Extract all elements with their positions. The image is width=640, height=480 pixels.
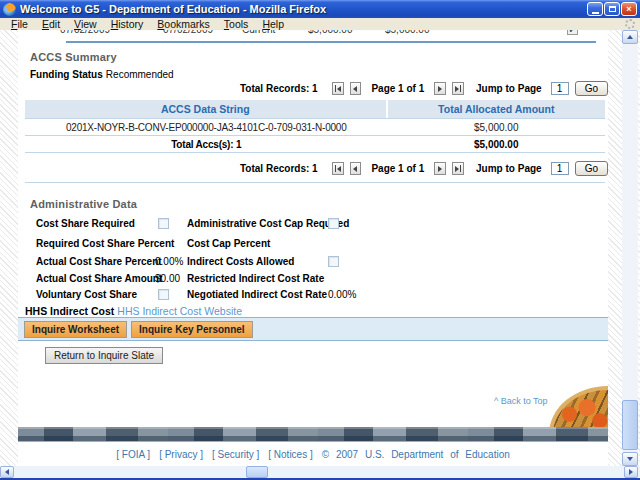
hhs-indirect-cost-label: HHS Indirect Cost [25,305,114,317]
scroll-left-button[interactable] [0,466,14,478]
table-total-row: Total Accs(s): 1 $5,000.00 [25,135,605,152]
restore-button[interactable] [604,2,620,16]
hhs-indirect-cost-row: HHS Indirect Cost HHS Indirect Cost Webs… [25,305,242,317]
prev-page-button[interactable] [350,162,362,175]
jump-to-page-label: Jump to Page [476,163,542,174]
horizontal-scroll-thumb[interactable] [246,466,268,478]
scroll-right-button[interactable] [624,466,638,478]
prev-page-icon [353,166,357,172]
total-accs-label: Total Accs(s): 1 [25,136,388,152]
throbber-icon [625,19,635,29]
prev-page-button[interactable] [350,82,362,95]
scroll-up-button[interactable] [622,30,638,44]
accs-summary-heading: ACCS Summary [30,51,117,63]
back-to-top-link[interactable]: ^ Back to Top [494,396,548,406]
admin-row: Actual Cost Share Amount $0.00 Restricte… [36,273,601,287]
notices-link[interactable]: [ Notices ] [268,449,312,460]
required-cost-share-percent-label: Required Cost Share Percent [36,238,174,249]
security-link[interactable]: [ Security ] [212,449,259,460]
clipped-date-1: 07/02/2009 [60,30,110,35]
clipped-checkbox[interactable]: ✓ [567,30,578,35]
pagination-bottom: Total Records: 1 Page 1 of 1 Jump to Pag… [240,161,608,176]
allocated-amount-value: $5,000.00 [388,119,606,135]
clipped-date-2: 07/02/2009 [163,30,213,35]
indirect-costs-allowed-checkbox[interactable] [328,256,339,267]
admin-row: Actual Cost Share Percent 0.00% Indirect… [36,256,601,270]
funding-status-row: Funding Status Recommended [30,68,174,80]
admin-cost-cap-required-checkbox[interactable] [328,218,339,229]
cost-share-required-checkbox[interactable] [158,218,169,229]
admin-row: Required Cost Share Percent Cost Cap Per… [36,238,601,252]
accs-table-header: ACCS Data String Total Allocated Amount [25,100,605,118]
next-page-button[interactable] [434,162,446,175]
next-page-icon [438,86,442,92]
section-divider [66,41,596,43]
window-title: Welcome to G5 - Department of Education … [20,3,587,15]
go-button[interactable]: Go [575,81,608,96]
return-to-inquire-slate-button[interactable]: Return to Inquire Slate [45,347,163,364]
go-button[interactable]: Go [575,161,608,176]
admin-row: Voluntary Cost Share Negotiated Indirect… [36,289,601,303]
accs-table: ACCS Data String Total Allocated Amount … [25,100,605,153]
table-row: 0201X-NOYR-B-CONV-EP000000-JA3-4101C-0-7… [25,118,605,135]
privacy-link[interactable]: [ Privacy ] [159,449,203,460]
page-indicator: Page 1 of 1 [371,83,424,94]
menu-edit[interactable]: Edit [35,18,67,30]
total-records: Total Records: 1 [240,83,318,94]
total-records: Total Records: 1 [240,163,318,174]
clipped-row: 07/02/2009 07/02/2009 Current $5,000.00 … [60,30,608,37]
close-button[interactable]: × [621,2,637,16]
funding-status-value: Recommended [106,69,174,80]
vertical-scroll-thumb[interactable] [622,400,638,450]
copyright-text: © 2007 U.S. Department of Education [322,449,510,460]
action-button-band: Inquire Worksheet Inquire Key Personnel [18,317,608,341]
last-page-button[interactable] [452,162,464,175]
voluntary-cost-share-checkbox[interactable] [158,289,169,300]
foia-link[interactable]: [ FOIA ] [116,449,150,460]
scroll-down-icon [627,457,633,461]
first-page-button[interactable] [332,82,344,95]
funding-status-label: Funding Status [30,69,103,80]
menu-view[interactable]: View [67,18,104,30]
menu-bar: File Edit View History Bookmarks Tools H… [0,18,640,30]
jump-to-page-input[interactable] [551,162,569,175]
page-content: 07/02/2009 07/02/2009 Current $5,000.00 … [18,30,608,466]
negotiated-indirect-cost-rate-label: Negotiated Indirect Cost Rate [187,289,327,300]
close-icon: × [626,5,631,14]
last-page-icon [455,166,459,172]
actual-cost-share-percent-value: 0.00% [155,256,183,267]
last-page-button[interactable] [452,82,464,95]
scroll-right-icon [629,469,633,475]
negotiated-indirect-cost-rate-value: 0.00% [328,289,356,300]
jump-to-page-label: Jump to Page [476,83,542,94]
horizontal-scrollbar[interactable] [0,466,640,478]
vertical-scrollbar[interactable] [622,30,638,466]
title-bar[interactable]: Welcome to G5 - Department of Education … [0,0,640,18]
menu-history[interactable]: History [104,18,151,30]
jump-to-page-input[interactable] [551,82,569,95]
decorative-bar [18,427,608,442]
accs-data-string-value: 0201X-NOYR-B-CONV-EP000000-JA3-4101C-0-7… [25,119,388,135]
menu-tools[interactable]: Tools [217,18,256,30]
hhs-indirect-cost-website-link[interactable]: HHS Indirect Cost Website [117,305,242,317]
inquire-key-personnel-button[interactable]: Inquire Key Personnel [131,321,253,338]
inquire-worksheet-button[interactable]: Inquire Worksheet [24,321,127,338]
menu-bookmarks[interactable]: Bookmarks [150,18,217,30]
menu-file[interactable]: File [4,18,35,30]
next-page-icon [438,166,442,172]
page-viewport: 07/02/2009 07/02/2009 Current $5,000.00 … [0,30,640,466]
actual-cost-share-amount-value: $0.00 [155,273,180,284]
scroll-down-button[interactable] [622,452,638,466]
actual-cost-share-percent-label: Actual Cost Share Percent [36,256,162,267]
next-page-button[interactable] [434,82,446,95]
last-page-icon [455,86,459,92]
menu-help[interactable]: Help [255,18,291,30]
first-page-button[interactable] [332,162,344,175]
first-page-icon [335,165,336,172]
indirect-costs-allowed-label: Indirect Costs Allowed [187,256,294,267]
minimize-button[interactable] [587,2,603,16]
page-indicator: Page 1 of 1 [371,163,424,174]
minimize-icon [592,12,599,14]
restricted-indirect-cost-rate-label: Restricted Indirect Cost Rate [187,273,324,284]
admin-row: Cost Share Required Administrative Cost … [36,218,601,232]
